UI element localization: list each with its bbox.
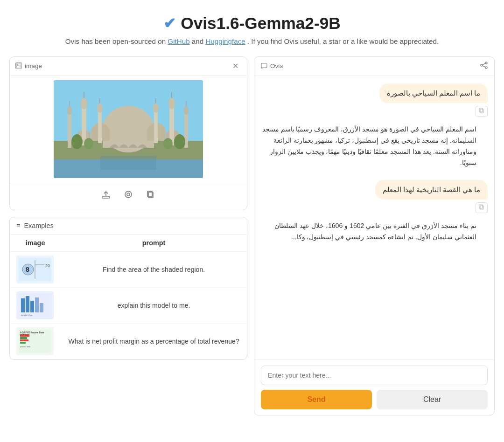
examples-section: ≡ Examples image prompt bbox=[9, 217, 247, 360]
svg-text:8: 8 bbox=[26, 266, 29, 273]
main-layout: image ✕ bbox=[0, 52, 504, 420]
svg-point-25 bbox=[168, 98, 175, 109]
image-display bbox=[10, 76, 247, 183]
svg-point-65 bbox=[485, 62, 487, 64]
svg-point-36 bbox=[163, 138, 173, 149]
svg-point-66 bbox=[481, 64, 483, 66]
svg-point-31 bbox=[184, 106, 189, 115]
ai-response-1: اسم المعلم السياحي في الصورة هو مسجد الأ… bbox=[261, 124, 476, 169]
svg-rect-53 bbox=[35, 297, 39, 312]
clear-button[interactable]: Clear bbox=[377, 390, 488, 409]
examples-header: ≡ Examples bbox=[10, 217, 247, 235]
svg-point-19 bbox=[97, 104, 103, 113]
svg-rect-21 bbox=[154, 108, 158, 143]
svg-point-67 bbox=[485, 67, 487, 69]
svg-rect-18 bbox=[98, 108, 102, 143]
svg-point-35 bbox=[84, 138, 93, 149]
col-prompt: prompt bbox=[61, 235, 247, 252]
send-button[interactable]: Send bbox=[261, 390, 372, 409]
svg-point-28 bbox=[67, 106, 72, 115]
ai-response-2: تم بناء مسجد الأزرق في الفترة بين عامي 1… bbox=[261, 221, 476, 243]
image-actions bbox=[10, 183, 247, 210]
examples-label: Examples bbox=[24, 222, 53, 229]
copy-row-1 bbox=[261, 106, 488, 117]
title-text: Ovis1.6-Gemma2-9B bbox=[181, 14, 340, 33]
example-image-2: model chart bbox=[10, 287, 61, 323]
svg-rect-51 bbox=[26, 296, 29, 312]
copy-image-button[interactable] bbox=[144, 188, 157, 203]
user-message-2-container: ما هي القصة التاريخية لهذا المعلم bbox=[261, 180, 488, 200]
menu-icon: ≡ bbox=[16, 222, 20, 229]
example-prompt-2: explain this model to me. bbox=[61, 287, 247, 323]
svg-rect-15 bbox=[82, 104, 86, 145]
user-bubble-2: ما هي القصة التاريخية لهذا المعلم bbox=[375, 180, 488, 200]
table-row[interactable]: 8 20 Find the area of the shaded region. bbox=[10, 251, 247, 287]
copy-button-1[interactable] bbox=[476, 106, 488, 117]
svg-rect-27 bbox=[68, 110, 71, 148]
huggingface-link[interactable]: Huggingface bbox=[205, 37, 245, 45]
image-upload-label: image bbox=[15, 62, 42, 69]
svg-rect-52 bbox=[30, 301, 34, 312]
user-bubble-1: ما اسم المعلم السياحي بالصورة bbox=[379, 83, 488, 103]
svg-point-33 bbox=[71, 134, 83, 149]
copy-button-2[interactable] bbox=[476, 202, 488, 213]
svg-rect-60 bbox=[20, 339, 28, 341]
chat-area: ما اسم المعلم السياحي بالصورة اسم المعلم… bbox=[254, 76, 494, 359]
svg-rect-63 bbox=[261, 63, 267, 68]
svg-text:revenue data: revenue data bbox=[20, 346, 30, 348]
upload-button[interactable] bbox=[99, 188, 112, 203]
svg-rect-73 bbox=[479, 205, 483, 208]
svg-rect-38 bbox=[102, 196, 110, 198]
example-image-1: 8 20 bbox=[10, 251, 61, 287]
chat-icon bbox=[261, 63, 267, 69]
image-label-text: image bbox=[25, 62, 42, 69]
image-icon bbox=[15, 62, 22, 69]
chat-input[interactable] bbox=[261, 366, 488, 385]
svg-rect-72 bbox=[480, 206, 483, 209]
svg-rect-70 bbox=[480, 109, 483, 113]
close-image-button[interactable]: ✕ bbox=[230, 61, 241, 71]
table-row[interactable]: model chart explain this model to me. bbox=[10, 287, 247, 323]
finance-thumb: A Q2 FY25 Income State revenue data bbox=[16, 327, 54, 355]
svg-rect-37 bbox=[100, 156, 156, 170]
svg-text:A Q2 FY25 Income State: A Q2 FY25 Income State bbox=[20, 332, 44, 334]
col-image: image bbox=[10, 235, 61, 252]
svg-rect-59 bbox=[20, 337, 27, 339]
image-upload-box: image ✕ bbox=[9, 56, 247, 210]
svg-line-69 bbox=[483, 66, 485, 67]
right-panel: Ovis ما اسم المعلم السياحي بالصورة bbox=[254, 56, 495, 415]
examples-table: image prompt 8 bbox=[10, 235, 247, 359]
svg-point-16 bbox=[81, 98, 87, 109]
page-title: ✔ Ovis1.6-Gemma2-9B bbox=[9, 14, 495, 33]
math-thumb: 8 20 bbox=[16, 256, 54, 283]
ovis-title: Ovis bbox=[270, 62, 283, 69]
example-prompt-1: Find the area of the shaded region. bbox=[61, 251, 247, 287]
page-header: ✔ Ovis1.6-Gemma2-9B Ovis has been open-s… bbox=[0, 0, 504, 52]
mosque-image bbox=[54, 80, 203, 178]
svg-point-40 bbox=[127, 193, 130, 196]
svg-rect-54 bbox=[40, 303, 43, 312]
right-panel-header: Ovis bbox=[254, 57, 494, 76]
svg-text:model chart: model chart bbox=[21, 314, 34, 317]
image-upload-header: image ✕ bbox=[10, 57, 247, 76]
svg-point-34 bbox=[174, 134, 185, 149]
copy-row-2 bbox=[261, 202, 488, 213]
svg-rect-50 bbox=[21, 298, 25, 312]
chart-thumb: model chart bbox=[16, 291, 54, 319]
table-row[interactable]: A Q2 FY25 Income State revenue data What… bbox=[10, 323, 247, 359]
svg-rect-6 bbox=[103, 129, 154, 148]
svg-point-39 bbox=[125, 191, 132, 198]
svg-rect-61 bbox=[20, 342, 26, 344]
svg-point-22 bbox=[153, 104, 159, 113]
example-prompt-3: What is net profit margin as a percentag… bbox=[61, 323, 247, 359]
svg-rect-71 bbox=[479, 108, 483, 112]
github-link[interactable]: GitHub bbox=[168, 37, 189, 45]
camera-button[interactable] bbox=[122, 188, 135, 203]
check-icon: ✔ bbox=[163, 14, 176, 32]
user-message-1-container: ما اسم المعلم السياحي بالصورة bbox=[261, 83, 488, 103]
svg-line-68 bbox=[483, 63, 485, 65]
subtitle: Ovis has been open-sourced on GitHub and… bbox=[9, 36, 495, 47]
share-button[interactable] bbox=[480, 62, 488, 71]
chat-buttons: Send Clear bbox=[261, 390, 488, 409]
example-image-3: A Q2 FY25 Income State revenue data bbox=[10, 323, 61, 359]
